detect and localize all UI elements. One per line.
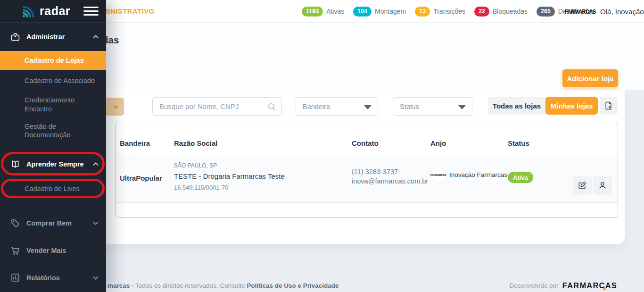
sidebar-item-administrar[interactable]: Administrar <box>0 23 106 51</box>
search-box <box>152 97 282 116</box>
radar-waves-icon <box>22 5 36 17</box>
sidebar-item-relatorios[interactable]: Relatórios <box>0 264 106 291</box>
row-actions <box>573 175 612 195</box>
row-anjo: Inovação Farmarcas <box>449 171 507 178</box>
badge-count: 13 <box>415 7 430 17</box>
sidebar-item-label: Cadastro de Associado <box>25 76 95 85</box>
row-city: SÃO PAULO, SP <box>174 162 217 169</box>
edit-store-button[interactable] <box>573 175 592 195</box>
anjo-avatar-logo: FARMARCAS <box>430 174 446 176</box>
add-store-button[interactable]: Adicionar loja <box>562 69 618 87</box>
col-header-razao: Razão Social <box>174 139 218 147</box>
footer-copyright: marcas - Todos os direitos reservados. C… <box>107 282 339 289</box>
sidebar-item-credenciamento-encontro[interactable]: Credenciamento Encontro <box>0 92 106 117</box>
farmarcas-wordmark: FARMARCAS <box>562 281 617 291</box>
user-greeting: Olá, Inovação <box>600 8 644 16</box>
status-badges: 1193 Ativas 104 Montagem 13 Transições 2… <box>302 0 603 23</box>
badge-count: 1193 <box>302 7 323 17</box>
bar-chart-icon <box>10 273 20 283</box>
badge-count: 104 <box>353 7 372 17</box>
sidebar-item-label: Relatórios <box>26 274 60 282</box>
row-cnpj: 16.549.115/0001-70 <box>174 184 228 191</box>
col-header-anjo: Anjo <box>430 139 446 147</box>
developer-label: Desenvolvido por <box>509 282 558 289</box>
badge-label: Ativas <box>326 8 344 15</box>
briefcase-icon <box>10 32 20 42</box>
store-scope-toggle: Todas as lojas Minhas lojas <box>488 97 618 115</box>
sidebar-item-label: Comprar Bem <box>26 219 72 227</box>
chevron-down-icon <box>93 221 99 225</box>
chevron-up-icon <box>93 162 99 166</box>
chevron-down-icon <box>364 105 372 109</box>
col-header-contato: Contato <box>352 139 379 147</box>
sidebar-item-cadastro-de-lives[interactable]: Cadastro de Lives <box>0 178 106 199</box>
bandeira-select-label: Bandeira <box>303 103 330 110</box>
hamburger-menu-icon[interactable] <box>83 4 99 18</box>
footer-brand-fragment: marcas - <box>107 282 134 289</box>
anjo-avatar: FARMARCAS <box>431 167 446 182</box>
status-select-label: Status <box>400 103 419 110</box>
sidebar-item-cadastro-de-associado[interactable]: Cadastro de Associado <box>0 70 106 92</box>
open-book-icon <box>10 159 20 169</box>
store-users-button[interactable] <box>593 175 612 195</box>
person-icon <box>598 181 607 190</box>
export-button[interactable] <box>600 97 618 115</box>
footer-developer: Desenvolvido por FARMARCAS <box>509 281 617 290</box>
badge-ativas: 1193 Ativas <box>302 7 344 17</box>
sidebar-item-aprender-sempre[interactable]: Aprender Sempre <box>0 152 106 176</box>
chevron-up-icon <box>93 35 99 39</box>
footer-policies-link[interactable]: Políticas de Uso e Privacidade <box>247 282 339 289</box>
sidebar-item-label: Cadastro de Lojas <box>25 56 84 65</box>
app-logo[interactable]: radar <box>40 4 70 18</box>
col-header-status: Status <box>508 139 529 147</box>
badge-bloqueadas: 22 Bloqueadas <box>474 7 528 17</box>
badge-label: Transições <box>433 8 465 15</box>
status-select[interactable]: Status <box>393 97 472 116</box>
all-stores-tab[interactable]: Todas as lojas <box>488 97 545 115</box>
tag-icon <box>10 218 20 228</box>
chevron-down-icon <box>113 106 118 109</box>
edit-icon <box>578 181 587 190</box>
app-window: ADMINISTRATIVO 1193 Ativas 104 Montagem … <box>0 0 644 292</box>
row-bandeira: UltraPopular <box>120 174 162 182</box>
sidebar: radar Administrar Cadastro de Lojas Cada… <box>0 0 106 292</box>
sidebar-item-label: Administrar <box>26 33 65 41</box>
farmarcas-logo: FARMARCAS <box>564 8 596 15</box>
badge-transicoes: 13 Transições <box>415 7 465 17</box>
search-icon <box>267 102 276 111</box>
badge-montagem: 104 Montagem <box>353 7 406 17</box>
my-stores-tab[interactable]: Minhas lojas <box>545 97 598 115</box>
sidebar-item-vender-mais[interactable]: Vender Mais <box>0 237 106 264</box>
col-header-bandeira: Bandeira <box>120 139 150 147</box>
badge-count: 22 <box>474 7 489 17</box>
sidebar-item-label: Vender Mais <box>26 247 66 254</box>
sidebar-logo-band: radar <box>0 0 106 23</box>
row-razao-social: TESTE - Drogaria Farmarcas Teste <box>174 172 285 180</box>
sidebar-item-label: Credenciamento Encontro <box>25 96 87 113</box>
badge-label: Bloqueadas <box>493 8 528 15</box>
badge-count: 265 <box>537 7 555 17</box>
user-menu[interactable]: FARMARCAS Olá, Inovação <box>564 0 644 23</box>
sidebar-item-cadastro-de-lojas[interactable]: Cadastro de Lojas <box>0 51 106 70</box>
sidebar-item-comprar-bem[interactable]: Comprar Bem <box>0 209 106 237</box>
chevron-down-icon <box>93 276 99 280</box>
footer-text: Todos os direitos reservados. Consulte <box>134 282 247 289</box>
sidebar-item-gestao-de-documentacao[interactable]: Gestão de Documentação <box>0 117 106 144</box>
sidebar-item-label: Cadastro de Lives <box>25 184 80 193</box>
stores-table: Bandeira Razão Social Contato Anjo Statu… <box>116 122 618 218</box>
sidebar-item-label: Gestão de Documentação <box>25 122 87 139</box>
file-export-icon <box>604 101 613 110</box>
cart-icon <box>10 246 20 256</box>
search-input[interactable] <box>153 98 281 115</box>
row-email: inova@farmarcas.com.br <box>352 177 428 185</box>
sidebar-item-label: Aprender Sempre <box>26 160 84 168</box>
row-status-badge: Ativa <box>508 172 533 183</box>
bandeira-select[interactable]: Bandeira <box>296 97 378 116</box>
badge-label: Montagem <box>375 8 406 15</box>
row-phone: (11) 3283-3737 <box>352 168 398 175</box>
chevron-down-icon <box>458 105 466 109</box>
